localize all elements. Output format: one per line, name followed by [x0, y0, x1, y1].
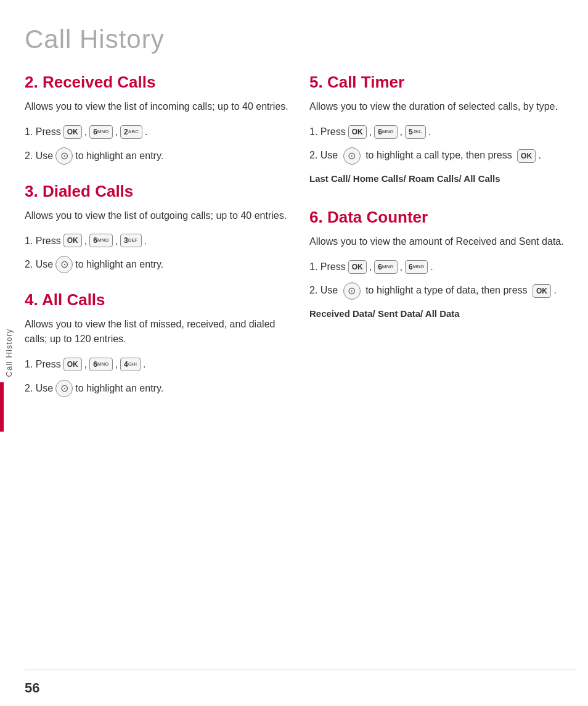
page-title: Call History	[25, 25, 576, 54]
section4-step2-prefix: 2. Use	[25, 380, 53, 396]
section3-step2: 2. Use ⊙ to highlight an entry.	[25, 256, 291, 273]
page-number: 56	[25, 680, 39, 696]
key-ok-s6s1: OK	[348, 260, 367, 274]
section4-step1: 1. Press OK , 6MNO , 4GHI .	[25, 356, 291, 372]
key-5jkl-s5s1: 5JKL	[405, 125, 426, 139]
page-container: Call History Call History 2. Received Ca…	[0, 0, 588, 706]
sidebar-label: Call History	[4, 329, 14, 377]
key-6mno-s3s1: 6MNO	[89, 234, 112, 247]
key-ok-s6s2: OK	[533, 284, 551, 298]
section2-step2-suffix: to highlight an entry.	[75, 148, 163, 164]
section3-description: Allows you to view the list of outgoing …	[25, 208, 291, 223]
section4-step2: 2. Use ⊙ to highlight an entry.	[25, 380, 291, 397]
nav-icon-s2s2: ⊙	[55, 147, 73, 165]
section2-step2: 2. Use ⊙ to highlight an entry.	[25, 147, 291, 165]
key-ok-s4s1: OK	[63, 358, 82, 371]
section5-bold-note: Last Call/ Home Calls/ Roam Calls/ All C…	[309, 172, 576, 186]
section4-step2-suffix: to highlight an entry.	[75, 380, 163, 396]
section5-heading: 5. Call Timer	[309, 73, 576, 92]
key-2abc-s2s1: 2ABC	[120, 125, 142, 139]
key-6mno-s2s1: 6MNO	[89, 125, 112, 139]
section6-step1: 1. Press OK , 6MNO , 6MNO .	[309, 259, 576, 275]
key-ok-s3s1: OK	[63, 234, 82, 247]
section2-step1-prefix: 1. Press	[25, 124, 61, 140]
nav-icon-s6s2: ⊙	[343, 282, 361, 300]
section6-bold-note: Received Data/ Sent Data/ All Data	[309, 307, 576, 321]
column-left: 2. Received Calls Allows you to view the…	[25, 73, 291, 670]
section-data-counter: 6. Data Counter Allows you to view the a…	[309, 208, 576, 321]
key-ok-s2s1: OK	[63, 125, 82, 139]
section2-step1: 1. Press OK , 6MNO , 2ABC .	[25, 124, 291, 140]
section5-step1: 1. Press OK , 6MNO , 5JKL .	[309, 124, 576, 140]
section6-heading: 6. Data Counter	[309, 208, 576, 227]
section4-heading: 4. All Calls	[25, 290, 291, 310]
key-6mno-s6s1a: 6MNO	[374, 260, 397, 274]
key-3def-s3s1: 3DEF	[120, 234, 142, 247]
section3-step2-suffix: to highlight an entry.	[75, 257, 163, 273]
column-right: 5. Call Timer Allows you to view the dur…	[309, 73, 576, 670]
section5-step1-prefix: 1. Press	[309, 124, 346, 140]
section6-step1-prefix: 1. Press	[309, 259, 346, 275]
key-ok-s5s1: OK	[348, 125, 367, 139]
sidebar-tab: Call History	[0, 292, 17, 415]
section3-step1: 1. Press OK , 6MNO , 3DEF .	[25, 233, 291, 249]
section-dialed-calls: 3. Dialed Calls Allows you to view the l…	[25, 182, 291, 274]
key-6mno-s4s1: 6MNO	[89, 358, 112, 371]
section6-step2-part1: to highlight a type of data, then press	[365, 285, 527, 295]
section-received-calls: 2. Received Calls Allows you to view the…	[25, 73, 291, 165]
section4-step1-prefix: 1. Press	[25, 356, 61, 372]
nav-icon-s5s2: ⊙	[343, 147, 361, 165]
section6-step2-prefix: 2. Use	[309, 285, 338, 295]
key-6mno-s6s1b: 6MNO	[405, 260, 428, 274]
content-area: Call History 2. Received Calls Allows yo…	[25, 0, 576, 670]
section3-heading: 3. Dialed Calls	[25, 182, 291, 201]
section6-step2: 2. Use ⊙ to highlight a type of data, th…	[309, 282, 576, 300]
section4-description: Allows you to view the list of missed, r…	[25, 317, 291, 347]
section6-description: Allows you to view the amount of Receive…	[309, 234, 576, 249]
section3-step2-prefix: 2. Use	[25, 257, 53, 273]
columns-layout: 2. Received Calls Allows you to view the…	[25, 73, 576, 670]
section5-step2-prefix: 2. Use	[309, 150, 338, 160]
key-ok-s5s2: OK	[517, 149, 536, 163]
section3-step1-prefix: 1. Press	[25, 233, 61, 249]
section2-step2-prefix: 2. Use	[25, 148, 53, 164]
section5-step2-part1: to highlight a call type, then press	[365, 150, 512, 160]
nav-icon-s4s2: ⊙	[55, 380, 73, 397]
section2-description: Allows you to view the list of incoming …	[25, 99, 291, 114]
section-call-timer: 5. Call Timer Allows you to view the dur…	[309, 73, 576, 186]
section-all-calls: 4. All Calls Allows you to view the list…	[25, 290, 291, 397]
key-6mno-s5s1: 6MNO	[374, 125, 397, 139]
section2-heading: 2. Received Calls	[25, 73, 291, 92]
page-footer: 56	[25, 670, 576, 706]
nav-icon-s3s2: ⊙	[55, 256, 73, 273]
section5-step2: 2. Use ⊙ to highlight a call type, then …	[309, 147, 576, 165]
section5-description: Allows you to view the duration of selec…	[309, 99, 576, 114]
key-4ghi-s4s1: 4GHI	[120, 358, 141, 371]
